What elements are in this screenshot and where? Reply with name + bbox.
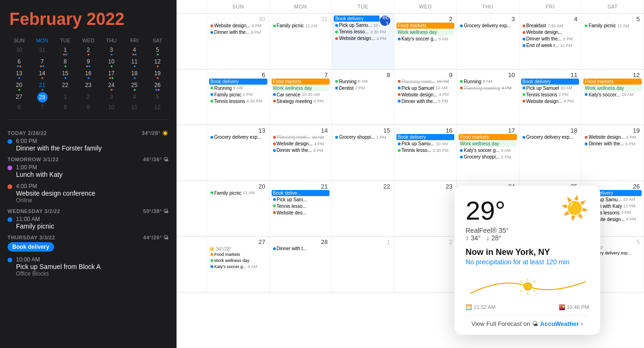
cal-event[interactable]: Family picnic1 PM xyxy=(209,92,267,98)
cal-event[interactable]: Katy's soccer g...9 AM xyxy=(459,147,517,153)
cal-event[interactable]: Running8 AM xyxy=(334,79,392,85)
cal-event[interactable]: Website design...4 PM xyxy=(272,141,330,147)
cal-event[interactable]: Strategy meeting4 PM xyxy=(272,98,330,104)
cal-event[interactable]: Katy's soccer g...9 AM xyxy=(209,264,267,269)
cal-event[interactable]: Website design...4 PM xyxy=(396,92,455,98)
cal-event[interactable]: Book delivery xyxy=(209,79,267,85)
cal-event[interactable]: Pick up Samu...10 AM xyxy=(334,22,380,28)
cal-event[interactable]: Tennis lesso... xyxy=(272,203,330,209)
cal-event[interactable]: Planning meet...10 AM xyxy=(272,134,330,140)
cal-event[interactable]: Website des... xyxy=(272,210,330,216)
cal-event[interactable]: Breakfast7:30 AM xyxy=(521,23,580,29)
cal-event[interactable]: Tennis lesso...3:30 PM xyxy=(334,29,392,35)
cal-day[interactable]: 23 xyxy=(394,181,457,237)
cal-event[interactable]: Katy's soccer...10 AM xyxy=(583,92,642,98)
cal-event[interactable]: Katy's soccer g...9 AM xyxy=(396,36,455,42)
cal-event[interactable]: Car service10:30 AM xyxy=(272,92,330,98)
cal-day[interactable]: 19 Website design...4 PM Dinner with the… xyxy=(581,125,644,181)
cal-day[interactable]: 16 Book delivery Pick up Samu...10 AM Te… xyxy=(394,125,457,181)
agenda-item[interactable]: 11:00 AM Family picnic xyxy=(8,216,169,230)
cal-event[interactable]: Pick up Sam... xyxy=(272,197,330,203)
cal-day[interactable]: 22 xyxy=(332,181,394,237)
cal-event[interactable]: Family picnic11 AM xyxy=(272,23,330,29)
cal-event[interactable]: Book delivery xyxy=(521,79,580,85)
cal-day[interactable]: 10 Running8 AM Planning meeting4 PM xyxy=(457,70,519,125)
agenda-item[interactable]: 4:00 PM Website design conference Online xyxy=(8,183,169,204)
cal-event[interactable]: Website design...4 PM xyxy=(334,35,392,41)
cal-event[interactable]: Tennis lessons2 PM xyxy=(521,92,580,98)
cal-day[interactable]: 11 Book delivery Pick up Samuel10 AM Ten… xyxy=(519,70,582,125)
accuweather-link[interactable]: AccuWeather xyxy=(540,320,579,327)
cal-event[interactable]: Running8 AM xyxy=(459,79,517,85)
cal-event[interactable]: Book delive... xyxy=(272,190,330,196)
agenda-item[interactable]: 10:00 AM Pick up Samuel from Block A Off… xyxy=(8,256,169,277)
cal-event[interactable]: Food markets xyxy=(459,134,517,140)
agenda-item[interactable]: 1:00 PM Lunch with Katy xyxy=(8,164,169,178)
cal-event[interactable]: End of week r...10 PM xyxy=(521,42,580,48)
cal-day[interactable]: 30 Website design...4 PM Dinner with the… xyxy=(207,14,270,69)
cal-event[interactable]: Dinner with the...6 PM xyxy=(583,141,642,147)
cal-event[interactable]: Pick up Samuel10 AM xyxy=(521,85,580,91)
cal-day[interactable]: 2 Food markets Work wellness day Katy's … xyxy=(394,14,457,69)
cal-day[interactable]: 5 Family picnic11 AM xyxy=(581,14,644,69)
cal-event[interactable]: Family picnic11 AM xyxy=(209,190,267,196)
cal-day[interactable]: 12 Food markets Work wellness day Katy's… xyxy=(581,70,644,125)
cal-day[interactable]: 13 Grocery delivery exp... xyxy=(207,125,270,181)
cal-event[interactable]: Food markets xyxy=(583,79,642,85)
cal-day[interactable]: 20 Family picnic11 AM xyxy=(207,181,270,237)
cal-day[interactable]: 31 Family picnic11 AM xyxy=(270,14,332,69)
cal-event[interactable]: Pick up Samu...10 AM xyxy=(396,141,455,147)
cal-day[interactable]: 28 Dinner with t... xyxy=(270,237,332,292)
cal-event[interactable]: Pick up Samuel10 AM xyxy=(396,85,455,91)
agenda-item[interactable]: 6:00 PM Dinner with the Forster family xyxy=(8,138,169,152)
cal-day[interactable]: 21 Book delive... Pick up Sam... Tennis … xyxy=(270,181,332,237)
cal-day[interactable]: 6 Book delivery Running8 AM Family picni… xyxy=(207,70,270,125)
cal-day[interactable]: 8 Running8 AM Dentist2 PM xyxy=(332,70,394,125)
cal-event[interactable]: Family picnic11 AM xyxy=(583,23,642,29)
cal-event[interactable]: Grocery delivery exp... xyxy=(459,23,517,29)
cal-day[interactable]: 1 xyxy=(332,237,394,292)
cal-day[interactable]: 17 Food markets Work wellness day Katy's… xyxy=(457,125,519,181)
cal-event[interactable]: Dinner with the...6 PM xyxy=(209,29,267,35)
cal-event[interactable]: Website design...4 PM xyxy=(583,134,642,140)
cal-event[interactable]: Grocery delivery exp... xyxy=(209,134,267,140)
cal-day[interactable]: 2 xyxy=(394,237,457,292)
cal-event[interactable]: Website design...4 PM xyxy=(209,23,267,29)
cal-event[interactable]: Work wellness day xyxy=(396,29,455,35)
cal-event[interactable]: Grocery shoppi...1 PM xyxy=(334,134,392,140)
cal-event[interactable]: Dinner with t... xyxy=(272,245,330,252)
cal-event[interactable]: Food markets xyxy=(209,252,267,257)
cal-day[interactable]: 14 Planning meet...10 AM Website design.… xyxy=(270,125,332,181)
cal-event[interactable]: Work wellness day xyxy=(272,85,330,91)
cal-day[interactable]: 3 Grocery delivery exp... xyxy=(457,14,519,69)
cal-event[interactable]: Dinner with the...6 PM xyxy=(396,98,455,104)
cal-event[interactable]: Dentist2 PM xyxy=(334,85,392,91)
cal-event[interactable]: Dinner with the...6 PM xyxy=(272,147,330,153)
cal-event[interactable]: Dinner with the...5 PM xyxy=(521,36,580,42)
cal-event[interactable]: Website design...4 PM xyxy=(521,98,580,104)
cal-day[interactable]: 18 Grocery delivery exp... xyxy=(519,125,582,181)
cal-event[interactable]: Book delivery xyxy=(334,16,380,22)
cal-event[interactable]: Website design... xyxy=(521,29,580,35)
agenda-badge[interactable]: Book delivery xyxy=(8,242,54,252)
cal-event[interactable]: Grocery delivery exp... xyxy=(521,134,580,140)
cal-event[interactable]: Planning meet...10 AM xyxy=(396,79,455,85)
cal-event[interactable]: Work wellness day xyxy=(583,85,642,91)
cal-event[interactable]: Book delivery xyxy=(396,134,455,140)
cal-event[interactable]: Food markets xyxy=(396,23,455,29)
cal-day[interactable]: 15 Grocery shoppi...1 PM xyxy=(332,125,394,181)
cal-event[interactable]: Tennis lesso...3:30 PM xyxy=(396,147,455,153)
cal-event[interactable]: Work wellness day xyxy=(209,258,267,263)
cal-event[interactable]: Running8 AM xyxy=(209,85,267,91)
cal-event[interactable]: Tennis lessons4:30 PM xyxy=(209,98,267,104)
cal-event[interactable]: Food markets xyxy=(272,79,330,85)
cal-day[interactable]: 9 Planning meet...10 AM Pick up Samuel10… xyxy=(394,70,457,125)
cal-event[interactable]: Work wellness day xyxy=(459,141,517,147)
cal-event[interactable]: Grocery shoppi...2 PM xyxy=(459,154,517,160)
cal-day[interactable]: 27 ☀️ 34°/28° Food markets Work wellness… xyxy=(207,237,270,292)
weather-footer[interactable]: View Full Forecast on 🌤 AccuWeather › xyxy=(466,315,589,327)
cal-day[interactable]: 7 Food markets Work wellness day Car ser… xyxy=(270,70,332,125)
cal-day-today[interactable]: Feb 1 Book delivery Pick up Samu...10 AM… xyxy=(332,14,394,69)
cal-event[interactable]: Planning meeting4 PM xyxy=(459,85,517,91)
cal-day[interactable]: 4 Breakfast7:30 AM Website design... Din… xyxy=(519,14,582,69)
